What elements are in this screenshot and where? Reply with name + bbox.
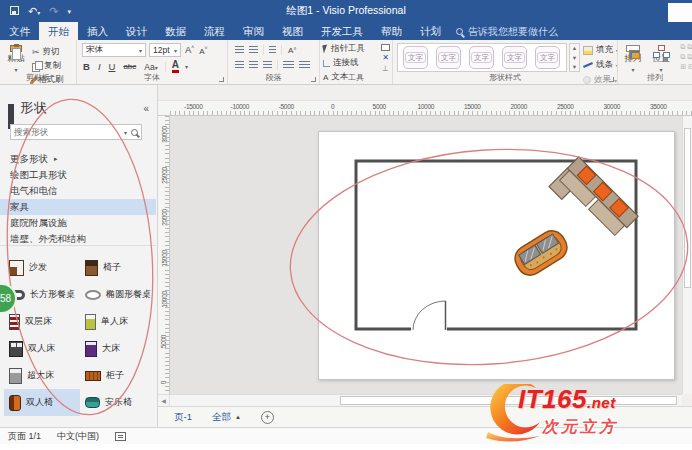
stencil-shape[interactable]: 柜子 (80, 362, 150, 389)
canvas-area: -15000-10000-500005000100001500020000250… (158, 85, 692, 427)
group-arrange: 排列 ▾ 位置 ▾ ⧉ ⧉⧉ ⧉⊞ ⊟ 排列 (618, 40, 692, 84)
ruler-label: -10000 (217, 103, 264, 110)
search-dropdown-icon[interactable]: ▾ (124, 129, 127, 136)
change-case-button[interactable]: Aa▾ (143, 62, 158, 72)
collapse-panel-icon[interactable]: « (143, 103, 149, 114)
arrange-button[interactable]: 排列 ▾ (621, 43, 645, 73)
align-middle-icon[interactable] (249, 61, 258, 69)
position-button[interactable]: 位置 ▾ (649, 43, 673, 73)
stencil-category[interactable]: 家具 (0, 199, 156, 215)
font-size-select[interactable]: 12pt▾ (149, 43, 181, 57)
stencil-category[interactable]: 庭院附属设施 (0, 215, 156, 231)
align-center-icon[interactable] (249, 46, 258, 54)
keyboard-status-icon[interactable] (115, 432, 126, 441)
line-icon (583, 62, 593, 68)
shapes-panel: 形状 « ▾ 更多形状▸ 绘图工具形状 (0, 85, 158, 427)
horizontal-scroll-thumb[interactable] (340, 396, 677, 405)
shape-icon (85, 371, 101, 381)
page-tab[interactable]: 页-1 (174, 411, 192, 424)
stencil-shape[interactable]: 椅子 (80, 254, 150, 281)
horizontal-scrollbar[interactable]: ◀ (158, 394, 682, 406)
shape-style-option[interactable]: 文字 (403, 46, 428, 69)
stencil-shape[interactable]: 椭圆形餐桌 (80, 281, 150, 308)
ribbon-tab[interactable]: 帮助 (372, 22, 411, 40)
shape-style-option[interactable]: 文字 (436, 46, 461, 69)
font-dialog-launcher[interactable] (219, 77, 224, 82)
shrink-font-button[interactable]: A˅ (198, 45, 208, 56)
tell-me-search[interactable]: 告诉我您想要做什么 (456, 22, 558, 40)
expand-arrow-icon: ▸ (54, 151, 58, 167)
ribbon-tab[interactable]: 计划 (411, 22, 450, 40)
align-left-icon[interactable] (235, 46, 244, 54)
paste-icon (10, 45, 22, 52)
bold-button[interactable]: B (82, 61, 91, 72)
shape-style-option[interactable]: 文字 (469, 46, 494, 69)
add-page-button[interactable]: + (261, 411, 274, 424)
stencil-shape[interactable]: 双人床 (4, 335, 80, 362)
ruler-label: 5000 (356, 103, 403, 110)
page-indicator[interactable]: 页面 1/1 (8, 430, 41, 443)
arrange-icon (626, 45, 641, 52)
search-shapes-icon[interactable] (131, 129, 138, 136)
decrease-indent-icon[interactable] (283, 61, 294, 69)
vertical-scroll-thumb[interactable] (684, 128, 691, 288)
shape-style-option[interactable]: 文字 (502, 46, 527, 69)
stencil-shape[interactable]: 双层床 (4, 308, 80, 335)
language-indicator[interactable]: 中文(中国) (57, 430, 99, 443)
shape-icon (9, 260, 24, 276)
fill-icon (583, 46, 593, 55)
ribbon-tab[interactable]: 流程 (195, 22, 234, 40)
shape-styles-dialog-launcher[interactable] (609, 77, 614, 82)
ribbon-tab[interactable]: 设计 (117, 22, 156, 40)
strikethrough-button[interactable]: abc (122, 62, 137, 71)
stencil-shape[interactable]: 双人椅 (4, 389, 80, 416)
stencil-shape[interactable]: 大床 (80, 335, 150, 362)
stencil-shape[interactable]: 超大床 (4, 362, 80, 389)
increase-indent-icon[interactable] (299, 61, 310, 69)
ribbon-tab[interactable]: 插入 (78, 22, 117, 40)
line-button[interactable]: 线条▾ (583, 59, 618, 71)
rectangle-tool-icon[interactable] (381, 44, 390, 51)
stencil-shape[interactable]: 安乐椅 (80, 389, 150, 416)
grow-font-button[interactable]: A˄ (184, 44, 195, 55)
underline-button[interactable]: U (108, 61, 117, 72)
drawing-area[interactable] (170, 116, 682, 394)
text-direction-icon[interactable]: A° (287, 46, 298, 55)
ribbon-tab[interactable]: 数据 (156, 22, 195, 40)
align-bottom-icon[interactable] (263, 61, 272, 69)
stencil-shape[interactable]: 沙发 (4, 254, 80, 281)
stencil-category[interactable]: 更多形状▸ (0, 151, 156, 167)
align-top-icon[interactable] (235, 61, 244, 69)
search-shapes-input[interactable] (14, 127, 120, 137)
connection-point-icon[interactable]: ✕ (382, 54, 389, 62)
font-family-select[interactable]: 宋体▾ (82, 43, 146, 57)
copy-button[interactable]: 复制 (32, 60, 64, 72)
bullets-icon[interactable] (269, 46, 276, 54)
ribbon-tab[interactable]: 开发工具 (312, 22, 372, 40)
italic-button[interactable]: I (97, 61, 102, 72)
shape-style-option[interactable]: 文字 (535, 46, 560, 69)
stencil-category[interactable]: 绘图工具形状 (0, 167, 156, 183)
connector-tool-button[interactable]: 连接线 (323, 57, 390, 69)
ribbon-tab[interactable]: 开始 (39, 22, 78, 40)
window-controls-area (668, 3, 692, 23)
stencil-category[interactable]: 电气和电信 (0, 183, 156, 199)
ribbon-tab-row: 文件 开始 插入 设计 数据 流程 审阅 视图 开发工具 帮助 计划 (0, 22, 692, 40)
fill-button[interactable]: 填充▾ (583, 44, 618, 56)
ribbon-tab[interactable]: 视图 (273, 22, 312, 40)
shape-icon (85, 260, 98, 276)
cut-button[interactable]: ✂剪切 (32, 46, 64, 58)
drawing-page[interactable] (318, 131, 675, 380)
ribbon-tab[interactable]: 审阅 (234, 22, 273, 40)
scroll-left-icon[interactable]: ◀ (158, 395, 170, 406)
gallery-scroll-buttons[interactable]: ▲▼▼ (569, 43, 580, 72)
shape-search-box[interactable]: ▾ (10, 124, 142, 140)
paragraph-dialog-launcher[interactable] (311, 77, 316, 82)
ruler-label: 35000 (635, 103, 682, 110)
pointer-tool-button[interactable]: 指针工具 (323, 43, 390, 55)
stencil-shape[interactable]: 单人床 (80, 308, 150, 335)
paste-button[interactable]: 粘贴 ▾ (3, 43, 29, 73)
vertical-scrollbar[interactable] (682, 116, 692, 394)
all-pages-button[interactable]: 全部▲ (212, 411, 241, 424)
tab-file[interactable]: 文件 (0, 22, 39, 40)
